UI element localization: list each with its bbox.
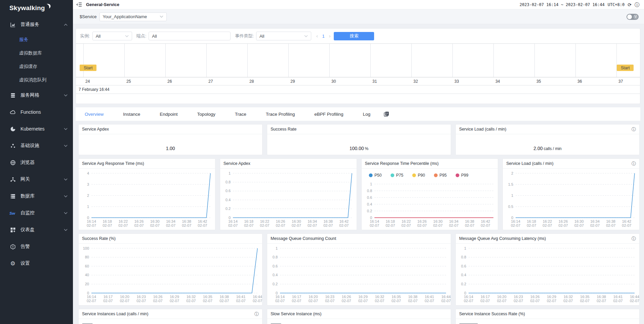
timeline-column-label: 26 (167, 79, 172, 84)
chart-canvas: 00.20.40.60.8116:1402-0716:1702-0716:200… (456, 244, 639, 305)
service-select[interactable]: Your_ApplicationName (99, 12, 167, 21)
svg-text:16:2602-07: 16:2602-07 (417, 219, 427, 227)
chart-area: 00.20.40.60.8116:1402-0716:1802-0716:220… (220, 169, 357, 230)
event-start-badge[interactable]: Start (80, 65, 96, 71)
svg-text:16:2302-07: 16:2302-07 (136, 295, 146, 303)
svg-text:0: 0 (87, 216, 89, 220)
tab-trace[interactable]: Trace (235, 112, 246, 117)
event-panel: 实例: All 端点: 事件类型: All ‹ 1 › 搜索 StartStar… (76, 28, 640, 104)
svg-text:4: 4 (87, 171, 89, 175)
refresh-icon[interactable]: ⟳ (628, 2, 632, 7)
sidebar-item-browser[interactable]: 浏览器 (0, 154, 73, 171)
svg-text:1: 1 (87, 205, 89, 209)
alarm-icon (9, 244, 16, 250)
event-start-badge[interactable]: Start (617, 65, 634, 71)
timeline-column-label: 37 (618, 79, 623, 84)
sidebar-item-label: 浏览器 (21, 159, 68, 166)
sidebar-collapse-icon[interactable] (76, 1, 83, 8)
tab-endpoint[interactable]: Endpoint (160, 112, 177, 117)
info-icon[interactable]: ⓘ (635, 2, 639, 7)
sidebar-item-label: 自监控 (21, 210, 64, 216)
svg-text:0: 0 (464, 291, 466, 295)
svg-text:0.5: 0.5 (508, 205, 513, 209)
svg-text:0.2: 0.2 (273, 282, 278, 286)
info-icon[interactable]: ⓘ (632, 161, 636, 166)
svg-text:P75: P75 (396, 173, 403, 178)
tab-ebpf-profiling[interactable]: eBPF Profiling (314, 112, 343, 117)
tab-instance[interactable]: Instance (123, 112, 140, 117)
info-icon[interactable]: ⓘ (632, 127, 636, 132)
svg-text:16:1402-07: 16:1402-07 (369, 219, 379, 227)
sidebar-item-service[interactable]: 服务 (0, 33, 73, 46)
svg-text:16:1402-07: 16:1402-07 (511, 219, 520, 227)
timeline-gridline (452, 44, 453, 77)
info-icon[interactable]: ⓘ (254, 312, 259, 316)
svg-text:0.6: 0.6 (461, 264, 466, 268)
event-type-filter-label: 事件类型: (235, 33, 254, 39)
sidebar-item-database[interactable]: 数据库 (0, 188, 73, 205)
sidebar-item-general-service[interactable]: 普通服务 (0, 16, 73, 33)
instance-select[interactable]: All (92, 32, 132, 40)
sidebar-item-dashboards[interactable]: 仪表盘 (0, 221, 73, 238)
page-number[interactable]: 1 (322, 34, 325, 39)
time-range[interactable]: 2023-02-07 16:14 ~ 2023-02-07 16:44 (520, 2, 605, 7)
instance-filter-label: 实例: (80, 33, 90, 39)
sidebar-item-settings[interactable]: ⚙设置 (0, 255, 73, 272)
svg-text:16:2202-07: 16:2202-07 (260, 219, 269, 227)
svg-text:16:4102-07: 16:4102-07 (425, 295, 434, 303)
service-label: $Service (80, 14, 97, 19)
sidebar-item-infrastructure[interactable]: 基础设施 (0, 137, 73, 154)
timeline-gridline (288, 44, 289, 77)
sidebar-item-service-mesh[interactable]: 服务网格 (0, 87, 73, 104)
svg-text:P90: P90 (418, 173, 425, 178)
chart-card: Service Response Time Percentile (ms) 00… (361, 158, 498, 230)
tab-log[interactable]: Log (363, 112, 371, 117)
event-type-select-value: All (259, 34, 264, 39)
svg-text:0: 0 (370, 216, 372, 220)
tab-topology[interactable]: Topology (197, 112, 215, 117)
sidebar-item-self-observability[interactable]: Sw自监控 (0, 205, 73, 221)
svg-text:16:3502-07: 16:3502-07 (580, 295, 590, 303)
sidebar-item-alarm[interactable]: 告警 (0, 238, 73, 255)
prev-page-icon[interactable]: ‹ (316, 33, 318, 39)
tab-overview[interactable]: Overview (85, 112, 104, 117)
sidebar-item-virtual-mq[interactable]: 虚拟消息队列 (0, 73, 73, 87)
version-toggle[interactable]: V (627, 14, 639, 20)
copy-icon[interactable] (384, 111, 389, 117)
chart-canvas: 00.20.40.60.8116:1402-0716:1802-0716:220… (362, 169, 498, 230)
search-button[interactable]: 搜索 (334, 32, 374, 40)
svg-text:16:1802-07: 16:1802-07 (386, 219, 395, 227)
event-type-select[interactable]: All (256, 32, 311, 40)
timeline-column-label: 28 (249, 79, 254, 84)
chart-card: Success Rate (%) 02040608010016:1402-071… (78, 233, 263, 305)
sw-icon: Sw (9, 210, 16, 216)
svg-text:16:4402-07: 16:4402-07 (441, 295, 451, 303)
svg-text:3: 3 (87, 182, 89, 186)
endpoint-input[interactable] (149, 32, 231, 40)
instance-select-value: All (96, 34, 100, 39)
summary-card: Success Rate 100.00 % (267, 124, 451, 155)
svg-text:16:1402-07: 16:1402-07 (228, 219, 238, 227)
chart-card: Message Queue Consuming Count 00.20.40.6… (267, 233, 451, 305)
event-filter-row: 实例: All 端点: 事件类型: All ‹ 1 › 搜索 (76, 29, 640, 43)
timeline-gridline (124, 44, 125, 77)
info-icon[interactable]: ⓘ (632, 237, 636, 241)
svg-text:16:3802-07: 16:3802-07 (606, 219, 615, 227)
chart-row-1: Service Avg Response Time (ms) 0123416:1… (78, 158, 640, 230)
sidebar-item-gateway[interactable]: 网关 (0, 171, 73, 188)
tab-trace-profiling[interactable]: Trace Profiling (266, 112, 295, 117)
svg-text:0: 0 (87, 291, 89, 295)
sidebar-item-functions[interactable]: Functions (0, 104, 73, 120)
timeline-caption: 7 February 16:44 (76, 85, 640, 94)
toggle-knob (627, 14, 632, 19)
sidebar-item-virtual-database[interactable]: 虚拟数据库 (0, 46, 73, 60)
svg-text:40: 40 (85, 273, 89, 277)
next-page-icon[interactable]: › (329, 33, 331, 39)
svg-text:16:1702-07: 16:1702-07 (480, 295, 490, 303)
chart-icon (9, 22, 16, 28)
svg-text:16:4202-07: 16:4202-07 (198, 219, 207, 227)
sidebar-item-virtual-cache[interactable]: 虚拟缓存 (0, 60, 73, 73)
svg-text:0.6: 0.6 (225, 189, 230, 193)
svg-text:20: 20 (85, 282, 89, 286)
sidebar-item-kubernetes[interactable]: Kubernetes (0, 120, 73, 137)
